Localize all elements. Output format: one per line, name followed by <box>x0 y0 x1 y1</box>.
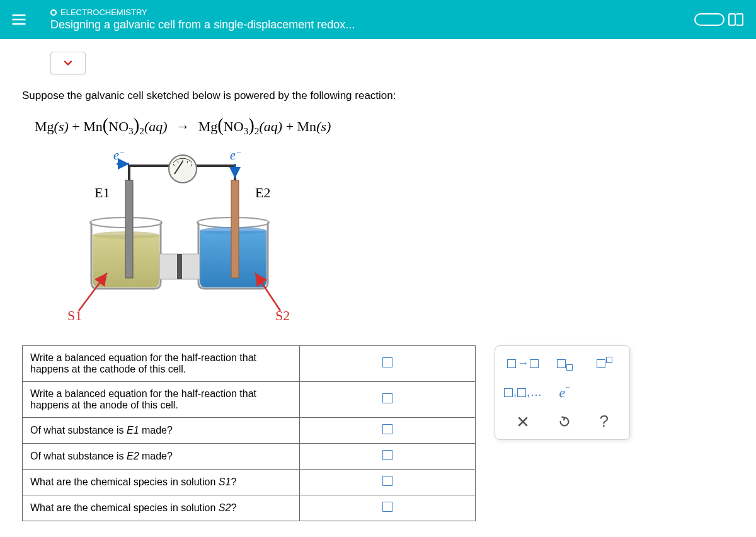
box-icon <box>566 364 573 371</box>
svg-text:E2: E2 <box>255 185 270 200</box>
answer-cell[interactable] <box>300 469 476 495</box>
topic-label: ELECTROCHEMISTRY <box>50 8 694 17</box>
palette-help-button[interactable]: ? <box>600 413 609 430</box>
diagram-svg: e− e− <box>41 150 306 326</box>
answer-cell[interactable] <box>300 417 476 443</box>
prompt-text: Suppose the galvanic cell sketched below… <box>22 87 734 104</box>
eq-phase: (s) <box>316 118 331 134</box>
header-text: ELECTROCHEMISTRY Designing a galvanic ce… <box>38 8 694 32</box>
answer-placeholder-icon <box>382 357 392 367</box>
question-cell: What are the chemical species in solutio… <box>23 469 300 495</box>
close-icon <box>517 415 529 428</box>
box-icon <box>507 359 516 368</box>
eq-anion: NO <box>224 118 244 134</box>
box-icon <box>606 357 612 363</box>
topic-text: ELECTROCHEMISTRY <box>60 8 147 17</box>
table-row: What are the chemical species in solutio… <box>23 469 476 495</box>
table-row: Write a balanced equation for the half-r… <box>23 381 476 417</box>
answer-placeholder-icon <box>382 393 392 403</box>
box-icon <box>557 359 566 368</box>
question-cell: Write a balanced equation for the half-r… <box>23 381 300 417</box>
answer-cell[interactable] <box>300 381 476 417</box>
box-icon <box>530 359 539 368</box>
hamburger-icon <box>10 11 28 28</box>
svg-text:e−: e− <box>230 150 241 162</box>
box-icon <box>504 388 513 397</box>
box-icon <box>517 388 526 397</box>
chevron-down-icon <box>62 57 74 69</box>
answer-table: Write a balanced equation for the half-r… <box>22 345 476 521</box>
table-row: What are the chemical species in solutio… <box>23 495 476 521</box>
answer-cell[interactable] <box>300 443 476 469</box>
answer-placeholder-icon <box>382 476 392 486</box>
answer-placeholder-icon <box>382 424 392 434</box>
answer-placeholder-icon <box>382 502 392 512</box>
eq-phase: (aq) <box>144 118 168 134</box>
svg-text:e−: e− <box>113 150 125 162</box>
answer-cell[interactable] <box>300 495 476 521</box>
palette-list-button[interactable]: ,,… <box>504 384 542 401</box>
eq-plus: + <box>72 118 79 134</box>
table-row: Of what substance is E2 made? <box>23 443 476 469</box>
svg-text:S2: S2 <box>275 308 290 323</box>
topic-dot-icon <box>50 9 57 16</box>
app-header: ELECTROCHEMISTRY Designing a galvanic ce… <box>0 0 756 39</box>
svg-rect-15 <box>177 254 182 279</box>
answer-placeholder-icon <box>382 450 392 460</box>
header-rect-icon <box>728 13 736 26</box>
eq-lhs-a: Mg <box>35 118 54 134</box>
header-right <box>694 13 743 26</box>
galvanic-cell-diagram: e− e− <box>41 150 306 326</box>
svg-text:E1: E1 <box>94 185 110 200</box>
svg-point-0 <box>169 155 197 183</box>
eq-lhs-b: Mn <box>83 118 103 134</box>
question-cell: Of what substance is E2 made? <box>23 443 300 469</box>
palette-yields-button[interactable]: → <box>507 355 539 372</box>
palette-subscript-button[interactable] <box>557 355 572 372</box>
palette-clear-button[interactable] <box>517 413 529 430</box>
eq-lhs-a-phase: (s) <box>54 118 69 134</box>
svg-text:S1: S1 <box>67 308 82 323</box>
eq-rhs-b: Mn <box>297 118 317 134</box>
question-cell: Of what substance is E1 made? <box>23 417 300 443</box>
eq-phase: (aq) <box>259 118 282 134</box>
header-rects <box>728 13 743 26</box>
palette-superscript-button[interactable] <box>597 355 612 372</box>
question-cell: What are the chemical species in solutio… <box>23 495 300 521</box>
palette-electron-button[interactable]: e− <box>559 384 570 401</box>
menu-button[interactable] <box>0 11 38 28</box>
eq-sub: 2 <box>139 126 144 137</box>
svg-rect-13 <box>231 180 239 278</box>
undo-icon <box>558 415 571 429</box>
table-row: Write a balanced equation for the half-r… <box>23 345 476 381</box>
eq-sub: 3 <box>129 126 134 137</box>
expand-button[interactable] <box>50 52 86 74</box>
content-area: Suppose the galvanic cell sketched below… <box>0 39 756 534</box>
question-cell: Write a balanced equation for the half-r… <box>23 345 300 381</box>
eq-rhs-a: Mg <box>198 118 218 134</box>
eq-anion: NO <box>108 118 129 134</box>
answer-area: Write a balanced equation for the half-r… <box>22 345 734 521</box>
box-icon <box>597 359 605 368</box>
header-rect-icon <box>736 13 743 26</box>
answer-cell[interactable] <box>300 345 476 381</box>
ellipsis-label: … <box>530 386 542 399</box>
input-palette: → ,,… e− <box>495 345 630 440</box>
eq-arrow: → <box>171 118 195 135</box>
table-row: Of what substance is E1 made? <box>23 417 476 443</box>
e-label: e <box>559 384 565 401</box>
page-title: Designing a galvanic cell from a single-… <box>50 18 694 32</box>
eq-plus: + <box>286 118 294 134</box>
header-pill-icon <box>694 13 724 26</box>
reaction-equation: Mg(s) + Mn(NO3)2(aq) → Mg(NO3)2(aq) + Mn… <box>22 115 734 137</box>
palette-reset-button[interactable] <box>558 413 571 430</box>
svg-rect-10 <box>125 180 133 278</box>
